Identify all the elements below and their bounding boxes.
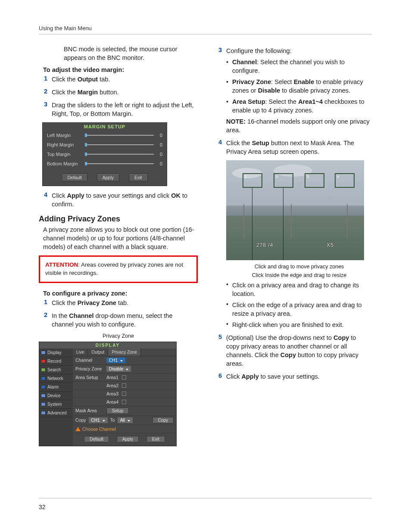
choose-channel-text: Choose Channel [82, 426, 116, 432]
two-column-layout: BNC mode is selected, the mouse cursor a… [39, 45, 372, 451]
conf-step-1: 1 Click the Privacy Zone tab. [39, 299, 198, 307]
left-column: BNC mode is selected, the mouse cursor a… [39, 45, 198, 451]
v: Disable [109, 367, 123, 371]
t: Apply [67, 192, 84, 199]
ms-val: 0 [156, 152, 162, 157]
conf-step-5: 5 (Optional) Use the drop-downs next to … [213, 333, 372, 368]
ms-val: 0 [156, 161, 162, 166]
to-label: To [110, 417, 115, 423]
v: All [120, 418, 125, 423]
step-number: 4 [39, 191, 47, 208]
setup-button[interactable]: Setup [106, 408, 129, 414]
sidebar-item-device[interactable]: Device [39, 392, 73, 400]
step-number: 2 [39, 311, 47, 329]
tab-privacy-zone[interactable]: Privacy Zone [108, 348, 140, 356]
area4-label: Area4 [106, 399, 118, 404]
t: : Select [271, 78, 293, 85]
ms-row-left: Left Margin 0 [43, 131, 167, 140]
note: NOTE: 16-channel models support only one… [226, 117, 371, 134]
t: to save your settings and click [84, 192, 171, 199]
n: 2 [276, 174, 278, 179]
t: Copy [333, 334, 349, 341]
t: Channel [69, 312, 93, 319]
disp-title: DISPLAY [39, 342, 176, 348]
adjust-step-4: 4 Click Apply to save your settings and … [39, 191, 198, 208]
photo-caption-1: Click and drag to move privacy zones [226, 264, 372, 270]
t: Click the [226, 140, 252, 146]
note-label: NOTE: [226, 118, 246, 125]
disp-sidebar: Display Record Search Network Alarm Devi… [39, 348, 73, 446]
ms-slider[interactable] [85, 144, 154, 145]
step-text: Drag the sliders to the left or right to… [52, 101, 198, 118]
ms-title: MARGIN SETUP [43, 123, 167, 131]
sidebar-item-network[interactable]: Network [39, 374, 73, 383]
ms-row-top: Top Margin 0 [43, 149, 167, 159]
sidebar-item-advanced[interactable]: Advanced [39, 409, 73, 417]
privacy-box-2[interactable]: 2 [274, 173, 293, 188]
sidebar-item-display[interactable]: Display [39, 348, 73, 357]
bullet-body: Click on a privacy area and drag to chan… [232, 281, 372, 298]
privacy-zones-heading: Adding Privacy Zones [39, 215, 198, 224]
area1-label: Area1 [106, 375, 118, 380]
area3-label: Area3 [106, 391, 118, 396]
t: Copy [280, 352, 296, 358]
tab-live[interactable]: Live [73, 348, 88, 356]
ms-exit-button[interactable]: Exit [129, 174, 148, 181]
t: Setup [252, 140, 269, 146]
ms-label: Bottom Margin [47, 161, 85, 166]
ms-slider[interactable] [85, 135, 154, 136]
sidebar-item-record[interactable]: Record [39, 357, 73, 366]
t: In the [52, 312, 69, 319]
n: 4 [337, 174, 339, 179]
t: Margin [78, 89, 98, 96]
area2-checkbox[interactable] [122, 383, 126, 388]
step-number: 3 [213, 47, 222, 134]
privacy-area-screenshot: 1 2 3 4 278 /4 X5 [226, 160, 364, 260]
chevron-down-icon [126, 369, 128, 370]
privacy-box-3[interactable]: 3 [305, 173, 324, 188]
copy-from-dropdown[interactable]: CH1 [89, 417, 108, 423]
bullet: • [226, 78, 232, 95]
privacy-zone-dropdown[interactable]: Disable [106, 366, 131, 372]
step-number: 5 [213, 333, 222, 368]
area4-checkbox[interactable] [122, 400, 126, 404]
ms-slider[interactable] [85, 163, 154, 164]
sidebar-item-system[interactable]: System [39, 400, 73, 409]
step-text: Click the Margin button. [52, 88, 198, 96]
sidebar-item-search[interactable]: Search [39, 366, 73, 374]
ms-val: 0 [156, 142, 162, 147]
bullet: • [226, 97, 232, 115]
sidebar-item-alarm[interactable]: Alarm [39, 383, 73, 392]
ms-default-button[interactable]: Default [62, 174, 87, 181]
tab-output[interactable]: Output [88, 348, 108, 356]
t: Apply [241, 373, 258, 380]
disp-main: Live Output Privacy Zone ChannelCH1 Priv… [73, 348, 176, 446]
step-number: 1 [39, 299, 47, 307]
conf-step-2: 2 In the Channel drop-down menu, select … [39, 311, 198, 329]
ms-apply-button[interactable]: Apply [97, 174, 119, 181]
note-text: 16-channel models support only one priva… [226, 118, 370, 134]
lbl: Search [47, 367, 61, 372]
adjust-step-2: 2 Click the Margin button. [39, 88, 198, 96]
osd-text-1: 278 /4 [256, 242, 273, 248]
copy-button[interactable]: Copy [153, 417, 174, 423]
disp-default-button[interactable]: Default [84, 436, 109, 442]
copy-to-dropdown[interactable]: All [118, 417, 133, 423]
disp-apply-button[interactable]: Apply [117, 436, 139, 442]
channel-dropdown[interactable]: CH1 [106, 358, 125, 363]
area1-checkbox[interactable] [122, 375, 126, 380]
t: Channel [232, 59, 257, 65]
t: : Select the [265, 98, 299, 105]
area3-checkbox[interactable] [122, 392, 126, 396]
t: Configure the following: [226, 47, 371, 55]
privacy-box-1[interactable]: 1 [243, 173, 262, 188]
bullet-body: Right-click when you are finished to exi… [232, 320, 372, 329]
privacy-box-4[interactable]: 4 [335, 173, 355, 188]
ms-slider[interactable] [85, 154, 154, 155]
disp-exit-button[interactable]: Exit [146, 436, 165, 442]
t: Click the [52, 76, 78, 83]
step-number: 6 [213, 372, 222, 381]
t: Click [52, 192, 67, 199]
step-text: Click Apply to save your settings. [226, 372, 372, 381]
pz-caption: Privacy Zone [39, 333, 198, 339]
